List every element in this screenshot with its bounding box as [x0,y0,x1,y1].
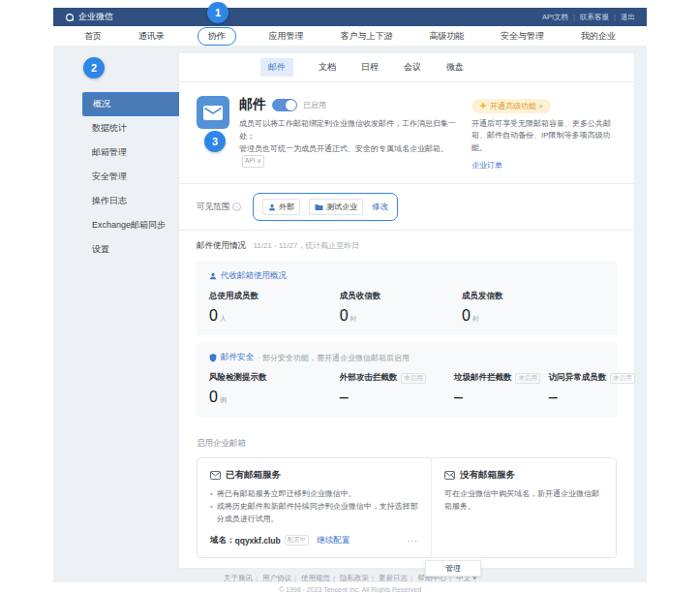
disabled-badge: 未启用 [401,373,426,384]
nav-item-collaboration[interactable]: 协作 [198,27,236,46]
usage-header: 邮件使用情况 11/21 - 11/27，统计截止至昨日 [179,231,634,254]
usage-period: 11/21 - 11/27，统计截止至昨日 [253,241,359,250]
inbound-usage-panel: 代收邮箱使用概况 总使用成员数 0人 成员收信数 0封 成员发信数 [197,262,617,335]
person-icon [268,203,276,211]
mail-app-icon [197,96,229,129]
no-service-text: 可在企业微信中购买域名，新开通企业微信邮箱服务。 [444,488,603,514]
envelope-icon [210,471,221,480]
enterprise-order-link[interactable]: 企业订单 [472,160,502,171]
stat-total-members: 总使用成员数 0人 [209,291,340,325]
panel2-subtitle: · 部分安全功能，需开通企业微信邮箱后启用 [258,353,410,363]
mail-header-main: 邮件 已启用 成员可以将工作邮箱绑定到企业微信收发邮件，工作消息归集一处； 管理… [239,96,462,172]
open-premium-button[interactable]: 开通高级功能 > [472,99,551,113]
stat-spam-blocked: 垃圾邮件拦截数未启用 – [454,372,549,406]
disabled-badge: 未启用 [610,373,635,384]
sidebar-item-exchange-sync[interactable]: Exchange邮箱同步 [82,213,181,237]
shield-icon [209,354,217,362]
premium-promo-text: 开通后可享受无限邮箱容量、更多公共邮箱、邮件自动备份、IP限制等多项高级功能。 [472,118,617,154]
panel2-title: 邮件安全 · 部分安全功能，需开通企业微信邮箱后启用 [209,352,604,363]
nav-item-security-management[interactable]: 安全与管理 [497,28,548,45]
wework-logo-icon [65,13,75,22]
sidebar-item-statistics[interactable]: 数据统计 [82,116,181,140]
configuring-badge: 配置中 [285,535,310,546]
domain-row: 域名： qqyxkf.club 配置中 继续配置 ··· [210,535,418,546]
page-title: 邮件 [239,96,266,113]
annotation-marker-1: 1 [207,2,228,23]
sidebar: 概况 数据统计 邮箱管理 安全管理 操作日志 Exchange邮箱同步 设置 [82,92,181,262]
premium-promo: 开通高级功能 > 开通后可享受无限邮箱容量、更多公共邮箱、邮件自动备份、IP限制… [472,96,617,172]
envelope-slash-icon [444,471,455,480]
footer-link-agreement[interactable]: 用户协议 [262,574,291,582]
mail-enabled-toggle[interactable] [272,99,297,111]
premium-star-icon [479,102,487,109]
footer-links: 关于腾讯| 用户协议| 使用规范| 隐私政策| 更新日志| 帮助中心| 中文 ▾ [53,574,647,583]
sidebar-item-settings[interactable]: 设置 [82,237,181,262]
nav-item-my-company[interactable]: 我的企业 [577,28,620,45]
sidebar-item-operation-log[interactable]: 操作日志 [82,189,181,213]
annotation-marker-2: 2 [83,57,105,78]
person-icon [209,272,217,280]
content-area: 概况 数据统计 邮箱管理 安全管理 操作日志 Exchange邮箱同步 设置 邮… [53,46,647,582]
page: 1 2 3 企业微信 API文档 | 联系客服 | 退出 首页 通讯录 协作 [0,0,700,593]
domain-value: qqyxkf.club [235,536,281,546]
existing-service-bullets: •将已有邮箱服务立即迁移到企业微信中。 •或将历史邮件和新邮件持续同步到企业微信… [210,488,418,525]
api-docs-link[interactable]: API文档 [542,13,568,22]
sidebar-item-overview[interactable]: 概况 [82,92,181,116]
existing-mail-service: 已有邮箱服务 •将已有邮箱服务立即迁移到企业微信中。 •或将历史邮件和新邮件持续… [198,458,432,556]
nav-item-home[interactable]: 首页 [80,28,106,45]
stat-attack-blocked: 外部攻击拦截数未启用 – [340,372,454,406]
contact-support-link[interactable]: 联系客服 [580,13,609,22]
footer-link-privacy[interactable]: 隐私政策 [340,574,369,582]
sidebar-item-mailbox-management[interactable]: 邮箱管理 [82,140,181,165]
stat-abnormal-access: 访问异常成员数未启用 – [549,372,635,406]
manage-menu-item[interactable]: 管理 [425,560,481,577]
visible-range-row: 可见范围 i 外部 测试企业 修改 [179,184,634,230]
mail-header: 邮件 已启用 成员可以将工作邮箱绑定到企业微信收发邮件，工作消息归集一处； 管理… [179,82,634,183]
info-icon[interactable]: i [232,203,241,211]
footer-link-changelog[interactable]: 更新日志 [379,574,408,582]
main-card: 邮件 文档 日程 会议 微盘 邮件 已启用 [179,53,634,568]
footer-link-usage-norms[interactable]: 使用规范 [301,574,330,582]
footer: 关于腾讯| 用户协议| 使用规范| 隐私政策| 更新日志| 帮助中心| 中文 ▾… [53,574,647,593]
no-mail-service: 没有邮箱服务 可在企业微信中购买域名，新开通企业微信邮箱服务。 [432,458,616,556]
mail-security-panel: 邮件安全 · 部分安全功能，需开通企业微信邮箱后启用 风险检测提示数 0例 外部… [197,343,617,417]
tab-mail[interactable]: 邮件 [260,58,293,77]
tab-calendar[interactable]: 日程 [361,58,379,77]
nav-item-customers[interactable]: 客户与上下游 [336,28,396,45]
admin-console: 1 2 3 企业微信 API文档 | 联系客服 | 退出 首页 通讯录 协作 [53,8,647,582]
nav-item-contacts[interactable]: 通讯录 [135,28,168,45]
module-tabs: 邮件 文档 日程 会议 微盘 [179,53,634,82]
footer-link-about[interactable]: 关于腾讯 [224,574,253,582]
tab-docs[interactable]: 文档 [319,58,336,77]
more-actions-button[interactable]: ··· [407,536,418,546]
panel1-title: 代收邮箱使用概况 [209,270,604,282]
member-tag[interactable]: 外部 [262,199,300,215]
brand[interactable]: 企业微信 [65,11,113,23]
nav-item-advanced[interactable]: 高级功能 [425,28,468,45]
api-tag[interactable]: API ∨ [242,155,264,167]
folder-icon [315,203,323,211]
copyright: © 1998 - 2023 Tencent Inc. All Rights Re… [53,586,647,593]
stat-received: 成员收信数 0封 [340,291,462,325]
department-tag[interactable]: 测试企业 [309,199,363,215]
sidebar-item-security[interactable]: 安全管理 [82,165,181,189]
disabled-badge: 未启用 [515,373,540,384]
topbar-links: API文档 | 联系客服 | 退出 [542,13,635,22]
status-label: 已启用 [303,100,326,110]
enable-mail-title: 启用企业邮箱 [197,438,617,450]
tab-drive[interactable]: 微盘 [446,58,464,77]
brand-label: 企业微信 [78,11,113,23]
tab-meeting[interactable]: 会议 [404,58,421,77]
stat-risk-alerts: 风险检测提示数 0例 [209,372,340,406]
primary-nav: 首页 通讯录 协作 应用管理 客户与上下游 高级功能 安全与管理 我的企业 [53,26,647,46]
modify-link[interactable]: 修改 [372,202,388,213]
visible-range-annotated-box: 外部 测试企业 修改 [253,193,398,221]
nav-item-app-management[interactable]: 应用管理 [265,28,308,45]
mail-service-card: 已有邮箱服务 •将已有邮箱服务立即迁移到企业微信中。 •或将历史邮件和新邮件持续… [197,457,617,557]
logout-link[interactable]: 退出 [621,13,635,22]
continue-config-link[interactable]: 继续配置 [317,535,350,546]
annotation-marker-3: 3 [204,131,226,152]
visible-range-label: 可见范围 i [197,202,241,213]
topbar: 企业微信 API文档 | 联系客服 | 退出 [53,8,647,26]
mail-description: 成员可以将工作邮箱绑定到企业微信收发邮件，工作消息归集一处； 管理员也可统一为成… [239,118,462,168]
